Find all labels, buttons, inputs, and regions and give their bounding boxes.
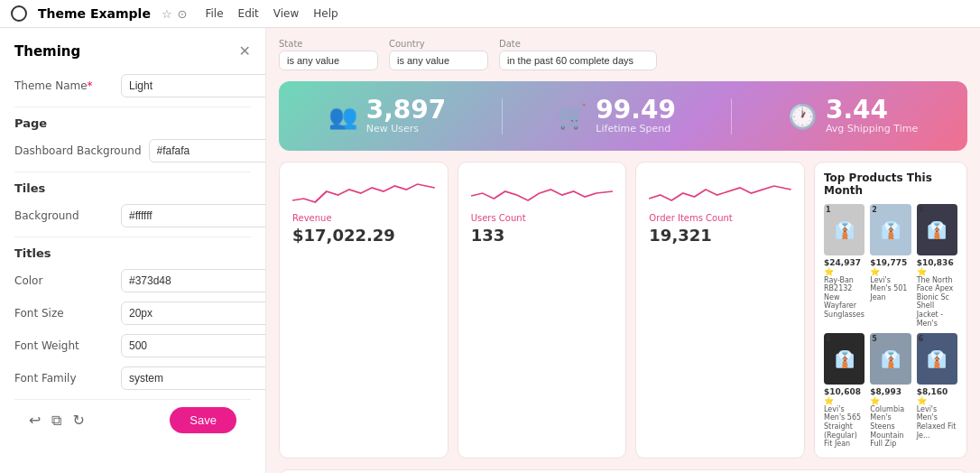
product-item-6: 👔 $8,160 ⭐ Levi's Men's Relaxed Fit Je..…	[917, 333, 957, 449]
product-rank-4: 4	[826, 335, 831, 343]
order-items-card: Order Items Count 19,321	[635, 162, 805, 459]
share-icon[interactable]: ⊙	[178, 7, 188, 21]
stats-banner: 👥 3,897 New Users 🛒 99.49 Lifetime Spend…	[279, 81, 967, 151]
refresh-icon[interactable]: ↻	[72, 412, 84, 429]
revenue-sparkline	[292, 173, 435, 209]
avg-shipping-label: Avg Shipping Time	[826, 123, 918, 134]
titles-section-title: Titles	[14, 246, 251, 260]
close-button[interactable]: ✕	[239, 42, 251, 60]
cards-and-products: Revenue $17,022.29 Users Count 133 Order…	[279, 162, 967, 459]
order-items-value: 19,321	[649, 226, 791, 245]
theme-name-row: Theme Name*	[14, 74, 251, 97]
tiles-section-title: Tiles	[14, 181, 251, 195]
theme-name-label: Theme Name*	[14, 79, 114, 92]
font-weight-input[interactable]	[121, 334, 266, 357]
product-name-2: Levi's Men's 501 Jean	[870, 276, 911, 302]
revenue-label: Revenue	[292, 213, 435, 223]
date-filter-label: Date	[499, 39, 657, 49]
country-filter: Country is any value	[389, 39, 488, 70]
menu-view[interactable]: View	[273, 7, 299, 20]
new-users-label: New Users	[366, 123, 447, 134]
page-section-title: Page	[14, 116, 251, 130]
copy-icon[interactable]: ⧉	[51, 412, 61, 429]
font-weight-label: Font Weight	[14, 339, 114, 352]
clock-icon: 🕐	[788, 103, 817, 130]
users-sparkline	[471, 173, 614, 209]
users-count-card: Users Count 133	[458, 162, 627, 459]
sales-chart-card: Sales Over Time Total Sale Price $20,000…	[279, 469, 967, 473]
cart-icon: 🛒	[558, 103, 587, 130]
app-title: Theme Example	[38, 6, 151, 21]
country-filter-label: Country	[389, 39, 488, 49]
star-icon[interactable]: ☆	[162, 7, 172, 21]
date-filter-select[interactable]: in the past 60 complete days	[499, 51, 657, 70]
undo-icon[interactable]: ↩	[29, 412, 41, 429]
stat-divider-1	[502, 98, 503, 134]
product-rank-6: 6	[919, 335, 924, 343]
font-family-input[interactable]	[121, 366, 266, 390]
font-family-label: Font Family	[14, 372, 114, 385]
top-bar-icons: ☆ ⊙	[162, 7, 188, 21]
product-price-2: $19,775 ⭐	[870, 258, 911, 276]
color-label: Color	[14, 274, 114, 287]
state-filter-label: State	[279, 39, 378, 49]
new-users-value: 3,897	[366, 97, 447, 123]
lifetime-spend-label: Lifetime Spend	[596, 123, 676, 134]
color-input[interactable]	[121, 269, 266, 292]
dashboard-bg-row: Dashboard Background	[14, 139, 251, 162]
color-row: Color	[14, 269, 251, 292]
tiles-bg-row: Background	[14, 204, 251, 227]
product-item-3: 👔 $10,836 ⭐ The North Face Apex Bionic S…	[917, 204, 957, 328]
top-products-card: Top Products This Month 👔 $24,937 ⭐ Ray-…	[814, 162, 967, 459]
avg-shipping-stat: 🕐 3.44 Avg Shipping Time	[788, 97, 918, 134]
order-items-label: Order Items Count	[649, 213, 791, 223]
product-name-4: Levi's Men's 565 Straight (Regular) Fit …	[824, 405, 864, 449]
panel-header: Theming ✕	[14, 42, 251, 60]
product-price-5: $8,993 ⭐	[870, 387, 911, 405]
font-size-row: Font Size	[14, 301, 251, 325]
product-price-6: $8,160 ⭐	[917, 387, 957, 405]
product-rank-2: 2	[872, 206, 877, 214]
right-panel: State is any value Country is any value …	[266, 28, 980, 473]
font-weight-row: Font Weight	[14, 334, 251, 357]
product-name-6: Levi's Men's Relaxed Fit Je...	[917, 405, 957, 440]
filters-row: State is any value Country is any value …	[279, 39, 967, 70]
avg-shipping-value: 3.44	[826, 97, 918, 123]
revenue-card: Revenue $17,022.29	[279, 162, 448, 459]
country-filter-select[interactable]: is any value	[389, 51, 488, 70]
theme-name-input[interactable]	[121, 74, 266, 97]
menu-file[interactable]: File	[205, 7, 223, 20]
tiles-bg-input[interactable]	[121, 204, 266, 227]
top-bar: Theme Example ☆ ⊙ File Edit View Help	[0, 0, 980, 28]
dashboard-bg-input[interactable]	[149, 139, 266, 162]
metric-cards: Revenue $17,022.29 Users Count 133 Order…	[279, 162, 805, 459]
product-name-5: Columbia Men's Steens Mountain Full Zip	[870, 405, 911, 449]
product-price-1: $24,937 ⭐	[824, 258, 864, 276]
save-button[interactable]: Save	[170, 407, 236, 433]
revenue-value: $17,022.29	[292, 226, 435, 245]
panel-title: Theming	[14, 43, 80, 60]
lifetime-spend-stat: 🛒 99.49 Lifetime Spend	[558, 97, 676, 134]
menu-edit[interactable]: Edit	[238, 7, 259, 20]
toolbar-icons: ↩ ⧉ ↻	[29, 412, 85, 429]
product-price-3: $10,836 ⭐	[917, 258, 957, 276]
product-name-1: Ray-Ban RB2132 New Wayfarer Sunglasses	[824, 276, 864, 320]
left-panel: Theming ✕ Theme Name* Page Dashboard Bac…	[0, 28, 266, 473]
product-rank-5: 5	[872, 335, 877, 343]
font-size-input[interactable]	[121, 301, 266, 325]
menu-help[interactable]: Help	[313, 7, 337, 20]
app-icon	[11, 5, 27, 22]
main-layout: Theming ✕ Theme Name* Page Dashboard Bac…	[0, 28, 980, 473]
stat-divider-2	[731, 98, 732, 134]
state-filter-select[interactable]: is any value	[279, 51, 378, 70]
date-filter: Date in the past 60 complete days	[499, 39, 657, 70]
product-item-4: 👔 $10,608 ⭐ Levi's Men's 565 Straight (R…	[824, 333, 864, 449]
users-count-value: 133	[471, 226, 614, 245]
product-name-3: The North Face Apex Bionic Sc Shell Jack…	[917, 276, 957, 329]
new-users-stat: 👥 3,897 New Users	[328, 97, 447, 134]
order-items-sparkline	[649, 173, 791, 209]
product-price-4: $10,608 ⭐	[824, 387, 864, 405]
users-icon: 👥	[328, 103, 357, 130]
tiles-bg-label: Background	[14, 209, 114, 222]
product-item-2: 👔 $19,775 ⭐ Levi's Men's 501 Jean 2	[870, 204, 911, 328]
